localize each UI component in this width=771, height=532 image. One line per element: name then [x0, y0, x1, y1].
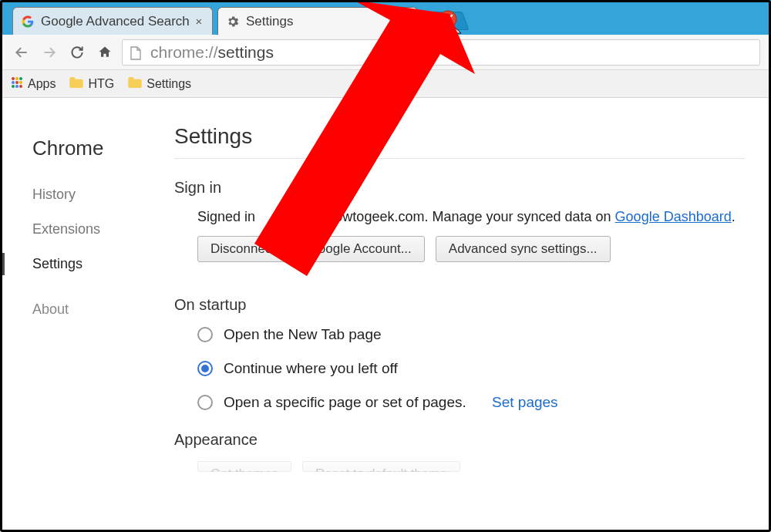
new-tab-button[interactable]	[426, 12, 470, 30]
sidebar-item-history[interactable]: History	[32, 187, 162, 203]
bookmark-settings[interactable]: Settings	[128, 77, 191, 91]
folder-icon	[69, 77, 83, 91]
forward-button[interactable]	[39, 42, 60, 63]
bookmark-apps[interactable]: Apps	[11, 76, 56, 92]
tab-label: Settings	[246, 14, 293, 29]
content-area: Chrome History Extensions Settings About…	[0, 98, 771, 532]
sidebar-item-about[interactable]: About	[32, 301, 162, 318]
svg-point-0	[12, 77, 15, 80]
svg-point-3	[12, 81, 15, 84]
folder-icon	[128, 77, 142, 91]
svg-point-4	[15, 81, 19, 84]
startup-option-newtab[interactable]: Open the New Tab page	[197, 326, 745, 343]
radio-label: Open a specific page or set of pages.	[224, 394, 466, 411]
sidebar-brand: Chrome	[32, 136, 162, 160]
appearance-button[interactable]: Get themes	[197, 461, 291, 472]
signin-manage: Manage your synced data on	[432, 209, 611, 224]
svg-point-7	[15, 85, 19, 88]
signin-text: Signed in @howtogeek.com. Manage your sy…	[197, 209, 745, 225]
home-button[interactable]	[94, 42, 116, 63]
startup-option-specific[interactable]: Open a specific page or set of pages. Se…	[197, 394, 745, 411]
svg-point-2	[19, 77, 22, 80]
back-button[interactable]	[11, 42, 32, 63]
sidebar: Chrome History Extensions Settings About	[0, 113, 162, 532]
disconnect-account-button[interactable]: Disconnect your Google Account...	[197, 236, 425, 262]
set-pages-link[interactable]: Set pages	[492, 394, 558, 411]
google-dashboard-link[interactable]: Google Dashboard	[615, 209, 732, 224]
page-title: Settings	[174, 124, 745, 159]
advanced-sync-button[interactable]: Advanced sync settings...	[436, 236, 611, 262]
tab-label: Google Advanced Search	[41, 14, 190, 29]
signin-email: @howtogeek.com.	[313, 209, 428, 224]
svg-point-8	[19, 85, 22, 88]
radio-icon	[197, 327, 213, 342]
toolbar: chrome://settings	[0, 35, 771, 70]
bookmark-htg[interactable]: HTG	[69, 77, 114, 91]
bookmarks-bar: Apps HTG Settings	[0, 70, 771, 98]
bookmark-label: HTG	[88, 77, 114, 91]
section-appearance-heading: Appearance	[174, 431, 745, 449]
svg-point-1	[15, 77, 19, 80]
url-path: settings	[218, 43, 274, 62]
svg-point-6	[12, 85, 15, 88]
close-tab-icon[interactable]: ×	[194, 16, 204, 27]
sidebar-item-extensions[interactable]: Extensions	[32, 221, 162, 237]
appearance-reset-button[interactable]: Reset to default theme	[302, 461, 460, 472]
omnibox[interactable]: chrome://settings	[122, 39, 760, 66]
radio-icon	[197, 361, 213, 376]
startup-option-continue[interactable]: Continue where you left off	[197, 360, 745, 377]
bookmark-label: Apps	[28, 77, 56, 91]
sidebar-item-settings[interactable]: Settings	[32, 256, 162, 272]
page-icon	[130, 45, 143, 59]
settings-main: Settings Sign in Signed in @howtogeek.co…	[162, 113, 763, 532]
tab-strip: Google Advanced Search × Settings ×	[0, 0, 771, 35]
signin-prefix: Signed in	[197, 209, 255, 224]
url-scheme: chrome://	[150, 43, 218, 62]
apps-grid-icon	[11, 76, 23, 92]
radio-icon	[197, 395, 213, 410]
reload-button[interactable]	[66, 42, 88, 63]
svg-point-5	[19, 81, 22, 84]
radio-label: Continue where you left off	[224, 360, 398, 377]
bookmark-label: Settings	[146, 77, 191, 91]
google-favicon-icon	[21, 15, 35, 29]
section-signin-heading: Sign in	[174, 179, 745, 197]
radio-label: Open the New Tab page	[224, 326, 382, 343]
section-startup-heading: On startup	[174, 296, 745, 314]
tab-settings[interactable]: Settings ×	[217, 7, 418, 35]
gear-icon	[226, 15, 240, 29]
tab-google-search[interactable]: Google Advanced Search ×	[12, 7, 213, 35]
